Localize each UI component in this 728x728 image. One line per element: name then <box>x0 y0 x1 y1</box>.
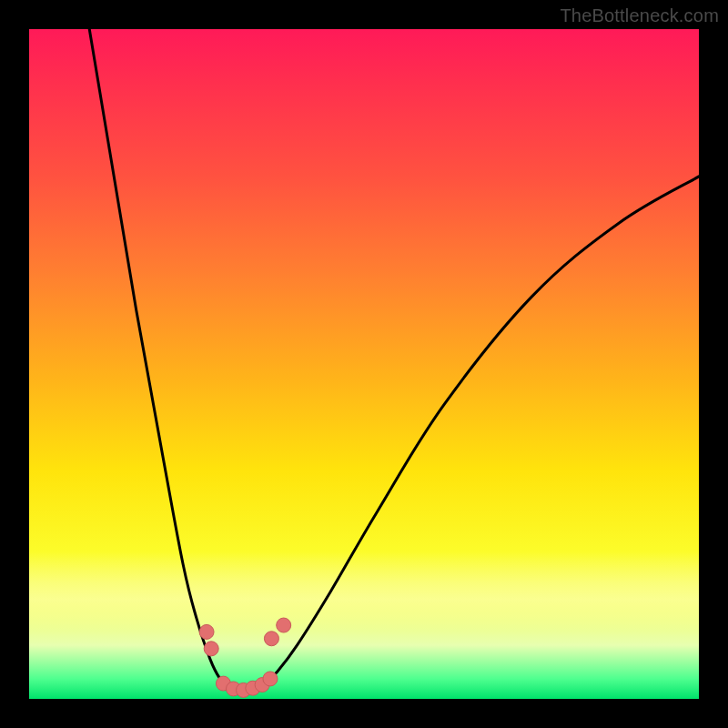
plot-area <box>29 29 699 699</box>
curve-right-branch <box>264 177 699 685</box>
curve-left-branch <box>89 29 230 689</box>
valley-marker-0 <box>199 624 214 639</box>
outer-frame: TheBottleneck.com <box>0 0 728 728</box>
valley-marker-9 <box>277 618 291 632</box>
curve-layer <box>29 29 699 699</box>
bottleneck-curves <box>89 29 699 693</box>
watermark-text: TheBottleneck.com <box>560 5 719 26</box>
valley-marker-1 <box>204 642 218 656</box>
valley-marker-8 <box>264 632 278 646</box>
valley-marker-dots <box>199 618 291 697</box>
valley-marker-7 <box>263 672 278 686</box>
